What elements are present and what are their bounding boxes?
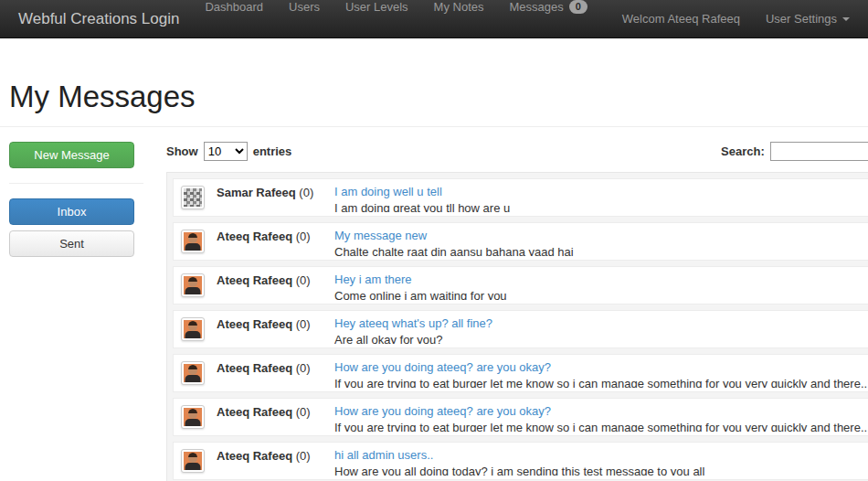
unread-count: (0) xyxy=(296,449,311,463)
sidebar-divider xyxy=(9,183,143,184)
sender-name: Ateeq Rafeeq xyxy=(217,405,292,419)
message-row[interactable]: Ateeq Rafeeq (0) hi all admin users.. Ho… xyxy=(173,442,868,480)
sender-avatar xyxy=(181,186,205,209)
sent-button[interactable]: Sent xyxy=(9,230,134,257)
message-subject-link[interactable]: hi all admin users.. xyxy=(334,448,868,463)
sender-cell: Ateeq Rafeeq (0) xyxy=(217,315,334,344)
page-title: My Messages xyxy=(9,80,859,113)
message-preview: Are all okay for you? xyxy=(334,333,868,344)
sender-avatar xyxy=(181,230,205,253)
nav-item-messages[interactable]: Messages 0 xyxy=(497,0,600,14)
message-cell: Hey ateeq what's up? all fine? Are all o… xyxy=(334,315,868,344)
nav-item-dashboard[interactable]: Dashboard xyxy=(192,0,276,14)
sender-cell: Ateeq Rafeeq (0) xyxy=(217,358,334,388)
entries-label: entries xyxy=(253,144,292,158)
message-cell: How are you doing ateeq? are you okay? I… xyxy=(334,358,868,388)
avatar-image xyxy=(184,276,202,294)
unread-count: (0) xyxy=(296,317,311,331)
message-row[interactable]: Ateeq Rafeeq (0) Hey i am there Come onl… xyxy=(173,266,868,305)
message-preview: Chalte chalte raat din aansu bahana yaad… xyxy=(334,245,868,256)
message-list: Samar Rafeeq (0) I am doing well u tell … xyxy=(166,172,868,481)
nav-item-users[interactable]: Users xyxy=(276,0,333,14)
navbar-right: Welcom Ateeq Rafeeq User Settings xyxy=(609,0,863,37)
message-preview: Come online i am waiting for you xyxy=(334,289,868,300)
user-settings-label: User Settings xyxy=(766,12,837,26)
sender-avatar xyxy=(181,449,205,473)
sender-cell: Ateeq Rafeeq (0) xyxy=(217,402,334,432)
message-row[interactable]: Ateeq Rafeeq (0) How are you doing ateeq… xyxy=(173,398,868,436)
show-label: Show xyxy=(166,144,198,158)
message-cell: How are you doing ateeq? are you okay? I… xyxy=(334,402,868,432)
sender-avatar xyxy=(181,317,205,341)
message-cell: I am doing well u tell I am doing great … xyxy=(334,183,868,212)
messages-panel: Show 10 entries Search: Samar Rafeeq (0) xyxy=(166,142,868,481)
sidebar: New Message Inbox Sent xyxy=(9,142,143,481)
sender-avatar xyxy=(181,273,205,297)
avatar-image xyxy=(184,232,202,251)
message-row[interactable]: Ateeq Rafeeq (0) My message new Chalte c… xyxy=(173,222,868,261)
brand-title[interactable]: Webful Creations Login xyxy=(5,0,192,37)
sender-name: Ateeq Rafeeq xyxy=(217,230,292,243)
unread-count: (0) xyxy=(296,405,311,419)
message-subject-link[interactable]: How are you doing ateeq? are you okay? xyxy=(334,360,868,375)
message-subject-link[interactable]: I am doing well u tell xyxy=(334,185,868,199)
search-label: Search: xyxy=(721,144,765,158)
avatar-image xyxy=(184,320,202,338)
unread-count: (0) xyxy=(296,230,311,243)
top-navbar: Webful Creations Login Dashboard Users U… xyxy=(0,0,868,38)
header-divider xyxy=(0,126,868,127)
sender-cell: Ateeq Rafeeq (0) xyxy=(217,271,334,300)
sender-cell: Ateeq Rafeeq (0) xyxy=(217,446,334,476)
message-subject-link[interactable]: My message new xyxy=(334,229,868,243)
message-row[interactable]: Samar Rafeeq (0) I am doing well u tell … xyxy=(173,178,868,217)
message-subject-link[interactable]: Hey ateeq what's up? all fine? xyxy=(334,316,868,331)
search-input[interactable] xyxy=(770,142,868,161)
message-row[interactable]: Ateeq Rafeeq (0) How are you doing ateeq… xyxy=(173,354,868,392)
user-settings-dropdown[interactable]: User Settings xyxy=(753,0,863,37)
message-preview: I am doing great you tll how are u xyxy=(334,201,868,212)
sender-avatar xyxy=(181,361,205,385)
sender-name: Ateeq Rafeeq xyxy=(217,449,292,463)
message-row[interactable]: Ateeq Rafeeq (0) Hey ateeq what's up? al… xyxy=(173,310,868,348)
nav-item-messages-label: Messages xyxy=(510,0,564,14)
sender-cell: Ateeq Rafeeq (0) xyxy=(217,227,334,256)
page-size-select[interactable]: 10 xyxy=(204,142,248,161)
chevron-down-icon xyxy=(842,17,850,21)
message-preview: If you are trying to eat burger let me k… xyxy=(334,421,868,432)
sender-name: Ateeq Rafeeq xyxy=(217,273,292,287)
sender-cell: Samar Rafeeq (0) xyxy=(217,183,334,212)
search-control: Search: xyxy=(721,142,868,161)
inbox-button[interactable]: Inbox xyxy=(9,198,134,225)
message-preview: How are you all doing today? i am sendin… xyxy=(334,465,868,476)
sender-avatar xyxy=(181,405,205,429)
message-preview: If you are trying to eat burger let me k… xyxy=(334,377,868,388)
sender-name: Ateeq Rafeeq xyxy=(217,361,292,375)
message-cell: hi all admin users.. How are you all doi… xyxy=(334,446,868,476)
messages-count-badge: 0 xyxy=(569,0,587,14)
avatar-image xyxy=(184,188,202,207)
avatar-image xyxy=(184,452,202,470)
unread-count: (0) xyxy=(296,361,311,375)
table-toolbar: Show 10 entries Search: xyxy=(166,142,868,161)
sender-name: Ateeq Rafeeq xyxy=(217,317,292,331)
message-cell: Hey i am there Come online i am waiting … xyxy=(334,271,868,300)
avatar-image xyxy=(184,408,202,426)
message-subject-link[interactable]: How are you doing ateeq? are you okay? xyxy=(334,404,868,419)
message-cell: My message new Chalte chalte raat din aa… xyxy=(334,227,868,256)
avatar-image xyxy=(184,364,202,382)
new-message-button[interactable]: New Message xyxy=(9,142,134,168)
message-subject-link[interactable]: Hey i am there xyxy=(334,273,868,287)
sender-name: Samar Rafeeq xyxy=(217,186,296,199)
page-content: My Messages New Message Inbox Sent Show … xyxy=(0,80,868,481)
nav-item-my-notes[interactable]: My Notes xyxy=(421,0,497,14)
page-size-control: Show 10 entries xyxy=(166,142,291,161)
nav-item-user-levels[interactable]: User Levels xyxy=(333,0,421,14)
unread-count: (0) xyxy=(296,273,311,287)
welcome-text: Welcom Ateeq Rafeeq xyxy=(609,0,753,37)
main-nav: Dashboard Users User Levels My Notes Mes… xyxy=(192,0,599,37)
unread-count: (0) xyxy=(299,186,313,199)
